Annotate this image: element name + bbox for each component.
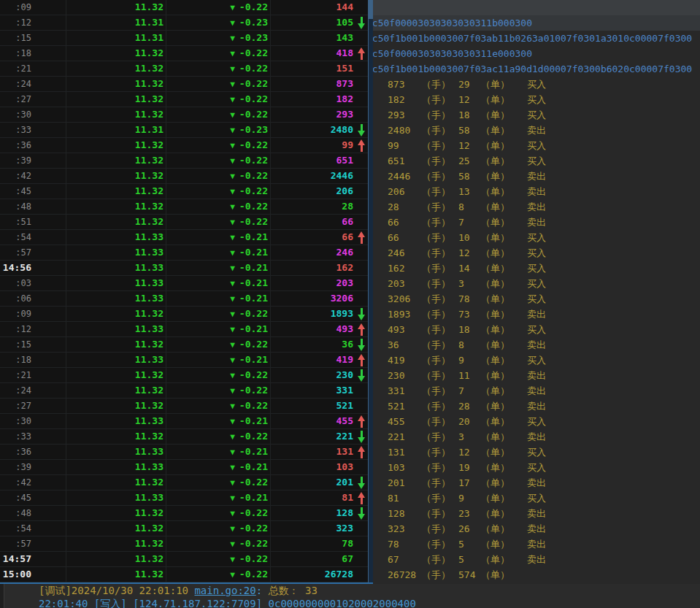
tick-row[interactable]: :18 11.32 ▼-0.22 418	[0, 46, 368, 61]
lots-label: （手）	[422, 429, 458, 445]
trade-volume: 131	[388, 445, 422, 460]
trade-orders: 58	[458, 169, 481, 184]
tick-direction-cell	[355, 31, 368, 46]
vertical-scrollbar[interactable]	[368, 0, 373, 582]
tick-change: ▼-0.22	[166, 61, 271, 77]
lots-label: （手）	[422, 399, 458, 414]
console-trade-row: 323（手）26（单）卖出	[373, 521, 700, 536]
tick-row[interactable]: 15:00 11.32 ▼-0.22 26728	[0, 567, 368, 582]
tick-row[interactable]: 14:56 11.33 ▼-0.21 162	[0, 261, 368, 276]
debug-log-total: 总数： 33	[262, 585, 318, 596]
tick-row[interactable]: :51 11.32 ▼-0.22 66	[0, 215, 368, 230]
orders-label: （单）	[481, 567, 527, 582]
tick-row[interactable]: :21 11.32 ▼-0.22 151	[0, 61, 368, 77]
tick-row[interactable]: :33 11.31 ▼-0.23 2480	[0, 123, 368, 138]
trade-volume: 3206	[388, 291, 422, 307]
trade-volume: 28	[388, 199, 422, 215]
tick-row[interactable]: :54 11.32 ▼-0.22 323	[0, 521, 368, 536]
trade-orders: 26	[458, 521, 481, 536]
lots-label: （手）	[422, 215, 458, 230]
tick-change: ▼-0.23	[166, 31, 271, 46]
trade-direction: 买入	[527, 247, 546, 258]
trade-direction: 买入	[527, 416, 546, 427]
tick-row[interactable]: :06 11.33 ▼-0.21 3206	[0, 291, 368, 307]
down-triangle-icon: ▼	[230, 95, 235, 104]
orders-label: （单）	[481, 153, 527, 169]
down-triangle-icon: ▼	[230, 570, 235, 580]
tick-row[interactable]: :15 11.31 ▼-0.23 143	[0, 31, 368, 46]
tick-row[interactable]: :30 11.32 ▼-0.22 293	[0, 107, 368, 123]
tick-row[interactable]: :57 11.33 ▼-0.21 246	[0, 245, 368, 261]
tick-price: 11.32	[66, 368, 166, 383]
console-trade-row: 493（手）18（单）买入	[373, 322, 700, 337]
console-trade-row: 182（手）12（单）买入	[373, 92, 700, 107]
tick-direction-cell	[355, 475, 368, 490]
tick-row[interactable]: :27 11.32 ▼-0.22 182	[0, 92, 368, 107]
down-arrow-icon	[358, 477, 366, 489]
tick-time: :48	[0, 199, 66, 215]
tick-change: ▼-0.22	[166, 429, 271, 445]
tick-row[interactable]: 14:57 11.32 ▼-0.22 67	[0, 552, 368, 567]
tick-row[interactable]: :57 11.32 ▼-0.22 78	[0, 536, 368, 552]
trade-direction: 卖出	[527, 401, 546, 412]
tick-price: 11.32	[66, 215, 166, 230]
trade-volume: 493	[388, 322, 422, 337]
tick-row[interactable]: :42 11.32 ▼-0.22 201	[0, 475, 368, 490]
tick-row[interactable]: :12 11.33 ▼-0.21 493	[0, 322, 368, 337]
down-arrow-icon	[358, 124, 366, 136]
tick-row[interactable]: :21 11.32 ▼-0.22 230	[0, 368, 368, 383]
console-trade-row: 78（手）5（单）卖出	[373, 536, 700, 552]
tick-row[interactable]: :33 11.32 ▼-0.22 221	[0, 429, 368, 445]
tick-direction-cell	[355, 368, 368, 383]
tick-time: :39	[0, 153, 66, 169]
tick-direction-cell	[355, 0, 368, 15]
tick-price: 11.33	[66, 230, 166, 245]
trade-orders: 13	[458, 184, 481, 199]
trade-volume: 651	[388, 153, 422, 169]
tick-change: ▼-0.22	[166, 506, 271, 521]
tick-row[interactable]: :39 11.32 ▼-0.22 651	[0, 153, 368, 169]
tick-row[interactable]: :27 11.32 ▼-0.22 521	[0, 399, 368, 414]
tick-row[interactable]: :48 11.32 ▼-0.22 28	[0, 199, 368, 215]
down-triangle-icon: ▼	[230, 401, 235, 411]
tick-row[interactable]: :15 11.32 ▼-0.22 36	[0, 337, 368, 353]
tick-row[interactable]: :36 11.33 ▼-0.21 131	[0, 445, 368, 460]
tick-row[interactable]: :09 11.32 ▼-0.22 144	[0, 0, 368, 15]
tick-row[interactable]: :12 11.31 ▼-0.23 105	[0, 15, 368, 31]
tick-row[interactable]: :54 11.33 ▼-0.21 66	[0, 230, 368, 245]
down-triangle-icon: ▼	[230, 355, 235, 365]
down-triangle-icon: ▼	[230, 156, 235, 166]
tick-row[interactable]: :39 11.33 ▼-0.21 103	[0, 460, 368, 475]
tick-row[interactable]: :24 11.32 ▼-0.22 873	[0, 77, 368, 92]
tick-row[interactable]: :42 11.32 ▼-0.22 2446	[0, 169, 368, 184]
tick-row[interactable]: :36 11.32 ▼-0.22 99	[0, 138, 368, 153]
tick-row[interactable]: :48 11.32 ▼-0.22 128	[0, 506, 368, 521]
orders-label: （单）	[481, 307, 527, 322]
tick-change: ▼-0.22	[166, 552, 271, 567]
tick-row[interactable]: :24 11.32 ▼-0.22 331	[0, 383, 368, 399]
trade-direction: 卖出	[527, 431, 546, 442]
tick-volume: 144	[271, 0, 355, 15]
tick-row[interactable]: :18 11.33 ▼-0.21 419	[0, 353, 368, 368]
tick-direction-cell	[355, 215, 368, 230]
down-triangle-icon: ▼	[230, 172, 235, 181]
tick-row[interactable]: :45 11.33 ▼-0.21 81	[0, 490, 368, 506]
tick-row[interactable]: :09 11.32 ▼-0.22 1893	[0, 307, 368, 322]
trade-direction: 卖出	[527, 508, 546, 519]
console-trade-row: 99（手）12（单）买入	[373, 138, 700, 153]
tick-price: 11.32	[66, 92, 166, 107]
trade-direction: 买入	[527, 293, 546, 304]
trade-orders: 12	[458, 92, 481, 107]
tick-time: :21	[0, 368, 66, 383]
tick-row[interactable]: :03 11.33 ▼-0.21 203	[0, 276, 368, 291]
hex-log-line: 0c50f1b001b0003007f03ab11b0263a01007f030…	[373, 31, 692, 46]
tick-row[interactable]: :30 11.33 ▼-0.21 455	[0, 414, 368, 429]
source-file-link[interactable]: main.go:20	[194, 585, 255, 596]
tick-change: ▼-0.22	[166, 307, 271, 322]
lots-label: （手）	[422, 475, 458, 490]
tick-price: 11.32	[66, 199, 166, 215]
down-triangle-icon: ▼	[230, 64, 235, 74]
tick-price: 11.33	[66, 460, 166, 475]
lots-label: （手）	[422, 521, 458, 536]
tick-row[interactable]: :45 11.32 ▼-0.22 206	[0, 184, 368, 199]
